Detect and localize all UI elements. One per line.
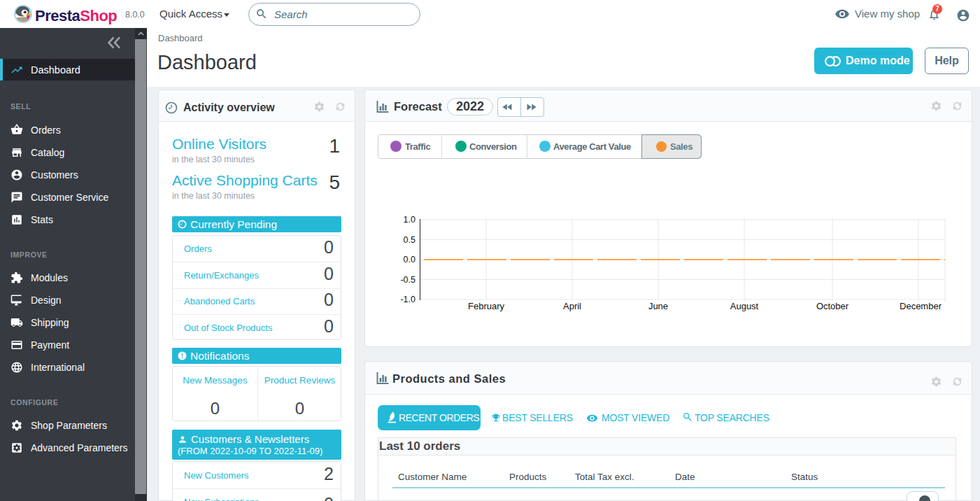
svg-text:1.0: 1.0 bbox=[404, 215, 416, 225]
svg-text:February: February bbox=[468, 301, 505, 311]
svg-text:0.0: 0.0 bbox=[404, 255, 416, 264]
svg-text:-0.5: -0.5 bbox=[400, 275, 416, 285]
svg-text:0.5: 0.5 bbox=[404, 235, 416, 245]
svg-text:December: December bbox=[900, 301, 942, 311]
svg-text:April: April bbox=[563, 301, 581, 311]
svg-text:August: August bbox=[730, 301, 759, 311]
svg-text:June: June bbox=[648, 301, 668, 311]
svg-text:-1.0: -1.0 bbox=[400, 295, 416, 304]
svg-text:October: October bbox=[816, 301, 849, 311]
